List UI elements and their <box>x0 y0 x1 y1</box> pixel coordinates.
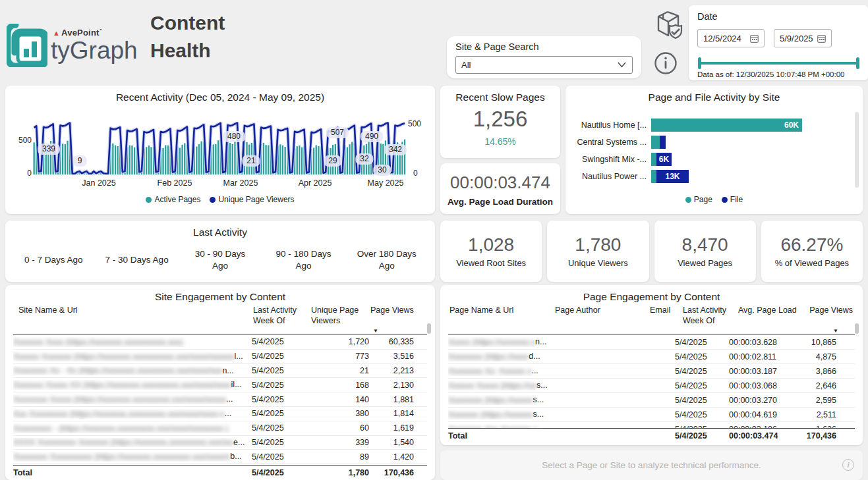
table-row[interactable]: Xxxxxxxx (https://xxxxxs... 5/4/2025 00:… <box>448 393 855 408</box>
col-unique-viewers[interactable]: Unique Page Viewers <box>311 305 366 326</box>
activity-plot[interactable] <box>33 122 406 174</box>
legend-item[interactable]: Page <box>685 195 712 204</box>
info-icon[interactable]: i <box>842 459 854 471</box>
table-row[interactable]: Xxxxx (https://xxxxxxx.xn... 5/4/2025 00… <box>448 335 855 350</box>
last-activity-bucket[interactable]: Over 180 Days Ago <box>345 243 428 277</box>
table-row[interactable]: Xxxxxxx (https://xxxxxxs... 5/4/2025 00:… <box>448 408 855 422</box>
slider-handle-end[interactable] <box>856 57 859 69</box>
date-filter: Date 12/5/2024 5/9/2025 Data as of: 12/3… <box>689 5 868 80</box>
info-icon[interactable] <box>654 51 678 75</box>
table-row[interactable]: Xxxxxxxx Xx - Xx (https://xxxxxxx.xxxxxx… <box>13 364 427 379</box>
scrollbar-thumb[interactable] <box>855 323 859 334</box>
page-title: ContentHealth <box>150 9 225 65</box>
table-header: Site Name & Url Last Activity Week Of Un… <box>13 305 427 334</box>
x-tick-label: Mar 2025 <box>223 178 258 188</box>
page-bar[interactable]: 60K <box>651 119 802 132</box>
content-health-dashboard: ▲AvePoint´ tyGraph ContentHealth Site & … <box>0 0 868 480</box>
data-label: 29 <box>324 155 341 167</box>
avepoint-brand: ▲AvePoint´ <box>53 28 102 38</box>
chart-legend: Active PagesUnique Page Viewers <box>5 195 435 204</box>
legend-item[interactable]: File <box>722 195 743 204</box>
page-bar[interactable] <box>651 136 660 149</box>
last-activity-bucket[interactable]: 7 - 30 Days Ago <box>95 243 178 277</box>
data-label: 507 <box>326 127 349 138</box>
last-activity-bucket[interactable]: 0 - 7 Days Ago <box>12 243 95 277</box>
bar-category-label: Central Systems ... <box>436 136 647 149</box>
legend-dot-icon <box>685 197 691 203</box>
table-row[interactable]: Xxxxxxxx Xxx Xxxxxxx x... 5/4/2025 00:00… <box>448 422 855 428</box>
card-title: Recent Slow Pages <box>440 92 560 103</box>
site-page-search: Site & Page Search All <box>447 36 641 78</box>
date-start-input[interactable]: 12/5/2024 <box>697 29 765 47</box>
bar-category-label: Nautilus Power ... <box>436 170 647 183</box>
sort-desc-icon[interactable]: ▼ <box>833 328 838 334</box>
slider-handle-start[interactable] <box>698 57 701 69</box>
table-row[interactable]: Xxxxxxxx Xxxxx (https://xxxxxxx.xxxxxxxx… <box>13 392 427 407</box>
bar-row: Nautilus Home [... 60K <box>565 119 863 132</box>
table-row[interactable]: Xxxxxxx Xxxx (https://xxxxxxx.xxxxxxxxxx… <box>13 335 427 350</box>
product-package-icon[interactable] <box>656 11 683 41</box>
data-label: 342 <box>384 144 407 155</box>
table-row[interactable]: Xxxxxx Xxxxxxx (https://xxxxxxx.xxxxxxxx… <box>13 350 427 364</box>
kpi-card: 1,780 Unique Viewers <box>547 221 649 282</box>
data-as-of-text: Data as of: 12/30/2025 10:07:48 PM +00:0… <box>697 70 844 78</box>
page-engagement-table: Page Engagement by Content Page Name & U… <box>440 285 863 445</box>
kpi-value: 1,780 <box>575 234 621 255</box>
date-range-slider[interactable] <box>699 62 858 65</box>
table-row[interactable]: Xxxxxxxx Xx: Xxxxxx x... 5/4/2025 00:00:… <box>448 364 855 379</box>
legend-dot-icon <box>210 197 216 203</box>
date-end-input[interactable]: 5/9/2025 <box>774 29 832 47</box>
col-page-author[interactable]: Page Author <box>555 305 614 315</box>
last-activity-slicer: Last Activity 0 - 7 Days Ago7 - 30 Days … <box>5 221 435 282</box>
scrollbar[interactable] <box>855 112 859 188</box>
col-page-views[interactable]: Page Views <box>800 305 853 315</box>
table-title: Site Engagement by Content <box>5 291 435 303</box>
file-bar[interactable]: 13K <box>656 170 689 183</box>
legend-item[interactable]: Active Pages <box>146 195 200 204</box>
file-bar[interactable]: 6K <box>656 153 672 166</box>
tygraph-brand: tyGraph <box>51 37 138 65</box>
col-last-activity[interactable]: Last Activity Week Of <box>253 305 304 326</box>
table-row[interactable]: Xxxxxxxx (https://xxxxd... 5/4/2025 00:0… <box>448 350 855 364</box>
legend-dot-icon <box>146 197 152 203</box>
col-last-activity[interactable]: Last Activity Week Of <box>683 305 736 326</box>
last-activity-bucket[interactable]: 30 - 90 Days Ago <box>179 243 262 277</box>
chevron-down-icon <box>618 62 626 68</box>
kpi-label: Viewed Root Sites <box>456 258 526 268</box>
search-dropdown[interactable]: All <box>455 56 633 74</box>
table-row[interactable]: XXXX Xxxxxxxxx Xxxxxxx (https://xxxxxxx.… <box>13 436 427 450</box>
y-right-max: 500 <box>408 119 421 128</box>
legend-item[interactable]: Unique Page Viewers <box>210 195 294 204</box>
x-tick-label: May 2025 <box>368 178 404 188</box>
page-bar[interactable] <box>651 153 656 166</box>
calendar-icon <box>817 34 826 43</box>
data-label: 339 <box>38 144 60 155</box>
table-row[interactable]: Xxxxxxx Xxxxx XX (https://xxxxxxx.xxxxxx… <box>13 378 427 392</box>
data-label: 32 <box>355 153 373 165</box>
sort-desc-icon[interactable]: ▼ <box>373 328 378 334</box>
table-row[interactable]: Xxxxxx Xxxxx (https://xxs... 5/4/2025 00… <box>448 379 855 393</box>
data-label: 480 <box>223 131 245 142</box>
table-row[interactable]: Xxxxxxxx Xxxxxxxxxx (https://xxxxxxx.xxx… <box>13 450 427 464</box>
table-header: Page Name & Url Page Author Email Last A… <box>448 305 855 334</box>
card-title: Last Activity <box>5 227 435 238</box>
last-activity-bucket[interactable]: 90 - 180 Days Ago <box>262 243 345 277</box>
table-row[interactable]: Xxx Xxxxxxxxx (https://xxxxxxx.xxxxxxxxx… <box>13 407 427 421</box>
hint-message: Select a Page or Site to analyze technic… <box>542 460 761 470</box>
legend-dot-icon <box>722 197 728 203</box>
kpi-card: 1,028 Viewed Root Sites <box>440 221 542 282</box>
col-site-name[interactable]: Site Name & Url <box>18 305 150 315</box>
date-label: Date <box>697 11 718 22</box>
col-page-views[interactable]: Page Views <box>370 305 417 315</box>
file-bar[interactable] <box>660 136 666 149</box>
col-page-name[interactable]: Page Name & Url <box>449 305 535 315</box>
y-left-min: 0 <box>13 169 32 178</box>
table-row[interactable]: Xxxxxxxxx - (https://xxxxxxx.xxxxxxxxx.x… <box>13 421 427 436</box>
data-label: 9 <box>73 155 87 167</box>
col-avg-page-load[interactable]: Avg. Page Load <box>738 305 804 315</box>
scrollbar-thumb[interactable] <box>427 323 431 334</box>
date-end-value: 5/9/2025 <box>780 34 813 43</box>
table-title: Page Engagement by Content <box>440 291 863 303</box>
page-bar[interactable] <box>651 170 656 183</box>
col-email[interactable]: Email <box>650 305 676 315</box>
